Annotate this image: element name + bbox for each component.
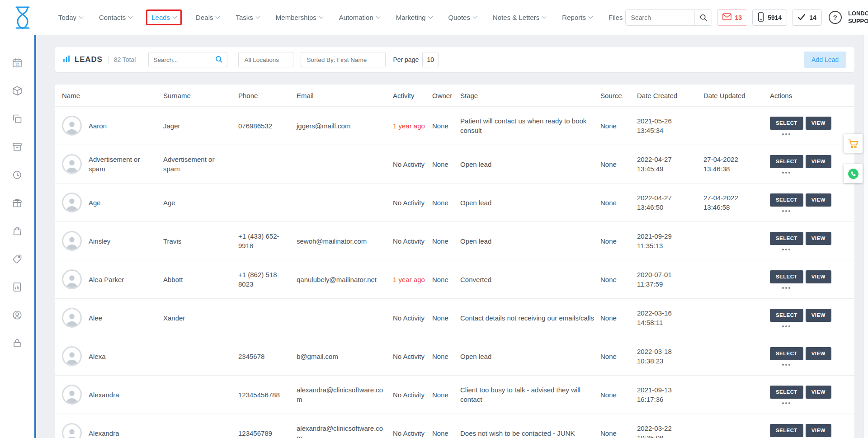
nav-item-files[interactable]: Files	[606, 9, 625, 25]
package-icon[interactable]	[0, 77, 34, 105]
sort-filter-select[interactable]: Sorted By: First Name	[301, 52, 386, 67]
view-button[interactable]: VIEW	[806, 386, 831, 399]
lead-owner: None	[432, 160, 460, 169]
view-button[interactable]: VIEW	[806, 347, 831, 360]
view-button[interactable]: VIEW	[806, 309, 831, 322]
select-button[interactable]: SELECT	[770, 309, 803, 322]
shopping-bag-icon[interactable]	[0, 217, 34, 245]
leads-search-input[interactable]	[153, 57, 215, 63]
nav-item-notes-letters[interactable]: Notes & Letters	[491, 9, 548, 25]
app-logo[interactable]	[14, 6, 32, 29]
nav-item-memberships[interactable]: Memberships	[274, 9, 325, 25]
chevron-down-icon	[428, 14, 433, 19]
table-row: Aaron Jager 076986532 jggers@maill.com 1…	[55, 107, 854, 145]
nav-item-tasks[interactable]: Tasks	[233, 9, 261, 25]
more-actions-icon[interactable]	[770, 210, 802, 212]
more-actions-icon[interactable]	[770, 172, 802, 174]
column-header-phone: Phone	[238, 91, 297, 100]
view-button[interactable]: VIEW	[806, 193, 831, 207]
lead-phone: 12345456788	[238, 390, 297, 400]
person-icon	[64, 349, 80, 365]
chevron-down-icon	[319, 14, 323, 19]
lead-source: None	[600, 275, 637, 284]
sidebar-accent-line	[34, 35, 36, 438]
more-actions-icon[interactable]	[770, 402, 802, 404]
lead-date-created: 2022-03-18 10:38:23	[637, 347, 703, 366]
help-icon[interactable]: ?	[829, 11, 842, 24]
view-button[interactable]: VIEW	[806, 117, 831, 130]
global-search	[625, 9, 712, 26]
select-button[interactable]: SELECT	[770, 424, 803, 437]
search-icon[interactable]	[215, 55, 222, 65]
view-button[interactable]: VIEW	[806, 155, 831, 168]
select-button[interactable]: SELECT	[770, 232, 803, 245]
search-icon[interactable]	[694, 10, 712, 25]
history-icon[interactable]	[0, 161, 34, 189]
lead-email: alexandra@clinicsoftware.com	[297, 424, 393, 438]
lead-source: None	[600, 160, 637, 169]
mail-counter-button[interactable]: 13	[717, 9, 748, 26]
select-button[interactable]: SELECT	[770, 347, 803, 360]
select-button[interactable]: SELECT	[770, 270, 803, 283]
add-lead-button[interactable]: Add Lead	[804, 52, 846, 68]
total-count: 82 Total	[114, 56, 136, 63]
cart-floating-button[interactable]	[844, 134, 863, 153]
view-button[interactable]: VIEW	[806, 232, 831, 245]
nav-item-deals[interactable]: Deals	[193, 9, 222, 25]
nav-item-label: Notes & Letters	[493, 14, 539, 21]
view-button[interactable]: VIEW	[806, 270, 831, 283]
nav-item-marketing[interactable]: Marketing	[394, 9, 434, 25]
lead-surname: Age	[163, 198, 238, 207]
view-button[interactable]: VIEW	[806, 424, 831, 437]
select-button[interactable]: SELECT	[770, 386, 803, 399]
call-floating-button[interactable]	[844, 164, 863, 183]
lock-icon[interactable]	[0, 329, 34, 357]
gift-icon[interactable]	[0, 189, 34, 217]
select-button[interactable]: SELECT	[770, 193, 803, 207]
nav-item-automation[interactable]: Automation	[337, 9, 382, 25]
report-chart-icon[interactable]	[0, 273, 34, 301]
avatar	[62, 308, 82, 328]
location-filter-select[interactable]: All Locations	[238, 52, 293, 67]
price-tag-icon[interactable]	[0, 245, 34, 273]
column-header-owner: Owner	[432, 91, 460, 100]
select-button[interactable]: SELECT	[770, 155, 803, 168]
nav-item-quotes[interactable]: Quotes	[446, 9, 479, 25]
scrollbar-track[interactable]	[863, 35, 868, 438]
lead-stage: Open lead	[460, 352, 600, 361]
nav-item-contacts[interactable]: Contacts	[97, 9, 134, 25]
table-row: Alea Parker Abbott +1 (862) 518-8023 qan…	[55, 260, 854, 299]
table-row: Alee Xander No Activity None Contact det…	[55, 299, 854, 337]
main-content: LEADS 82 Total All Locations Sorted By: …	[36, 35, 868, 438]
column-header-email: Email	[297, 91, 393, 100]
more-actions-icon[interactable]	[770, 287, 802, 289]
tasks-counter-button[interactable]: 14	[792, 9, 822, 26]
select-button[interactable]: SELECT	[770, 117, 803, 130]
lead-surname: Abbott	[163, 275, 238, 284]
more-actions-icon[interactable]	[770, 364, 802, 366]
support-person-icon[interactable]	[0, 301, 34, 329]
more-actions-icon[interactable]	[770, 249, 802, 250]
nav-item-leads[interactable]: Leads	[146, 9, 182, 25]
tasks-count: 14	[809, 14, 816, 21]
chevron-down-icon	[128, 14, 133, 19]
lead-name: Ainsley	[89, 236, 110, 246]
lead-stage: Patient will contact us when ready to bo…	[460, 116, 600, 135]
copy-icon[interactable]	[0, 105, 34, 133]
archive-box-icon[interactable]	[0, 133, 34, 161]
more-actions-icon[interactable]	[770, 325, 802, 327]
nav-item-today[interactable]: Today	[56, 9, 85, 25]
nav-item-label: Deals	[196, 14, 213, 21]
lead-date-created: 2022-04-27 13:45:49	[637, 155, 703, 174]
column-header-activity: Activity	[393, 91, 432, 100]
per-page-input[interactable]	[422, 52, 439, 67]
more-actions-icon[interactable]	[770, 133, 802, 135]
calls-counter-button[interactable]: 5914	[752, 9, 787, 26]
account-name: LONDON SUPPORT	[848, 10, 868, 25]
global-search-input[interactable]	[626, 10, 694, 25]
nav-item-reports[interactable]: Reports	[560, 9, 594, 25]
calendar-icon[interactable]: 12	[0, 49, 34, 77]
lead-owner: None	[432, 236, 460, 246]
lead-source: None	[600, 198, 637, 207]
table-header-row: NameSurnamePhoneEmailActivityOwnerStageS…	[55, 85, 854, 107]
